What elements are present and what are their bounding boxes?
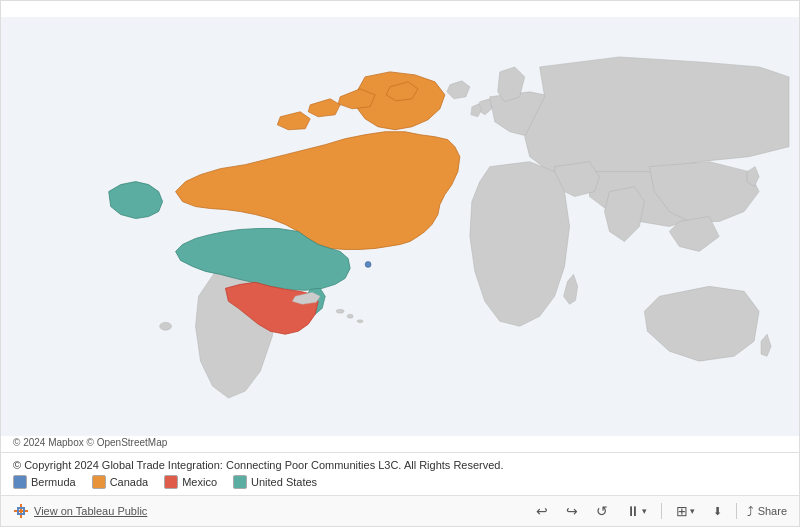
legend-item-canada: Canada (92, 475, 149, 489)
share-label: Share (758, 505, 787, 517)
legend-label-bermuda: Bermuda (31, 476, 76, 488)
redo-icon: ↪ (566, 503, 578, 519)
svg-point-1 (365, 261, 371, 267)
svg-rect-7 (14, 510, 28, 512)
footer: © Copyright 2024 Global Trade Integratio… (1, 452, 799, 495)
share-icon: ⤴ (747, 504, 754, 519)
copyright-text: © Copyright 2024 Global Trade Integratio… (13, 459, 787, 471)
legend-swatch-bermuda (13, 475, 27, 489)
download-button[interactable]: ⬇ (709, 503, 726, 520)
legend-item-bermuda: Bermuda (13, 475, 76, 489)
toolbar-separator-2 (736, 503, 737, 519)
reset-icon: ↺ (596, 503, 608, 519)
main-container: © 2024 Mapbox © OpenStreetMap © Copyrigh… (0, 0, 800, 527)
svg-point-5 (160, 322, 172, 330)
svg-rect-11 (17, 513, 25, 515)
legend-item-mexico: Mexico (164, 475, 217, 489)
redo-button[interactable]: ↪ (562, 501, 582, 521)
toolbar: View on Tableau Public ↩ ↪ ↺ ⏸ ▾ ⊞ (1, 495, 799, 526)
svg-point-4 (357, 320, 363, 323)
legend-label-mexico: Mexico (182, 476, 217, 488)
map-area: © 2024 Mapbox © OpenStreetMap (1, 1, 799, 452)
download-icon: ⬇ (713, 505, 722, 518)
share-button[interactable]: ⤴ Share (747, 504, 787, 519)
tableau-icon (13, 503, 29, 519)
toolbar-separator-1 (661, 503, 662, 519)
svg-rect-10 (17, 507, 25, 509)
legend-label-canada: Canada (110, 476, 149, 488)
svg-point-3 (347, 314, 353, 318)
view-on-tableau-label: View on Tableau Public (34, 505, 147, 517)
legend-swatch-canada (92, 475, 106, 489)
legend: BermudaCanadaMexicoUnited States (13, 475, 787, 489)
undo-button[interactable]: ↩ (532, 501, 552, 521)
map-wrapper: © 2024 Mapbox © OpenStreetMap (1, 1, 799, 452)
view-mode-button[interactable]: ⊞ ▾ (672, 501, 699, 521)
pause-button[interactable]: ⏸ ▾ (622, 501, 651, 521)
legend-swatch-mexico (164, 475, 178, 489)
svg-point-2 (336, 309, 344, 313)
view-mode-icon: ⊞ (676, 503, 688, 519)
pause-chevron: ▾ (642, 506, 647, 516)
legend-label-united-states: United States (251, 476, 317, 488)
world-map-svg (1, 1, 799, 452)
legend-swatch-united-states (233, 475, 247, 489)
map-attribution: © 2024 Mapbox © OpenStreetMap (13, 437, 167, 448)
undo-icon: ↩ (536, 503, 548, 519)
pause-icon: ⏸ (626, 503, 640, 519)
legend-item-united-states: United States (233, 475, 317, 489)
reset-button[interactable]: ↺ (592, 501, 612, 521)
view-mode-chevron: ▾ (690, 506, 695, 516)
toolbar-right: ↩ ↪ ↺ ⏸ ▾ ⊞ ▾ ⬇ (532, 501, 787, 521)
view-on-tableau[interactable]: View on Tableau Public (13, 503, 147, 519)
